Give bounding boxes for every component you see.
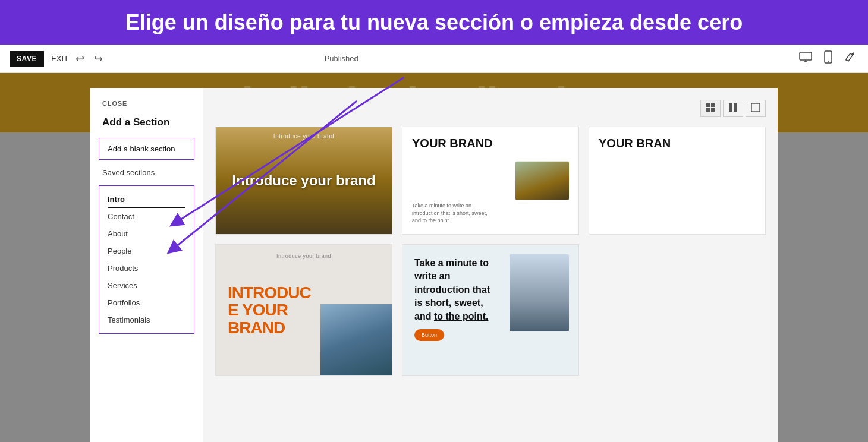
section-card-intro-4[interactable]: Introduce your brand INTRODUCE YOURBRAND: [215, 244, 392, 376]
close-button[interactable]: CLOSE: [90, 100, 139, 107]
section-sidebar: CLOSE Add a Section Add a blank section …: [90, 88, 203, 442]
toolbar: SAVE EXIT ↩ ↪ Published: [0, 45, 868, 73]
redo-button[interactable]: ↪: [92, 50, 105, 68]
annotation-banner: Elige un diseño para tu nueva sección o …: [0, 0, 868, 45]
card-4-text: INTRODUCE YOURBRAND: [228, 284, 311, 336]
single-view-icon: [751, 103, 760, 112]
save-button[interactable]: SAVE: [10, 51, 44, 67]
sidebar-item-about[interactable]: About: [99, 225, 194, 242]
section-card-intro-2[interactable]: YOUR BRAND Take a minute to write an int…: [402, 127, 579, 235]
modal-title: Add a Section: [90, 116, 203, 128]
section-card-intro-1[interactable]: Introduce your brand Introduce your bran…: [215, 127, 392, 235]
svg-rect-11: [751, 103, 760, 112]
card-5-text: Take a minute to write an introduction t…: [414, 257, 498, 323]
card-2-body: Take a minute to write an introduction t…: [412, 202, 490, 225]
add-blank-section-button[interactable]: Add a blank section: [99, 138, 194, 160]
svg-rect-6: [711, 103, 715, 107]
svg-point-4: [828, 61, 829, 62]
card-5-image: [510, 254, 569, 332]
large-grid-view-button[interactable]: [723, 100, 743, 117]
section-cards-grid: Introduce your brand Introduce your bran…: [215, 127, 766, 376]
small-grid-view-button[interactable]: [700, 100, 721, 117]
paint-icon: [844, 51, 856, 63]
section-card-intro-5[interactable]: Take a minute to write an introduction t…: [402, 244, 579, 376]
desktop-icon: [799, 52, 812, 62]
card-1-label: Introduce your brand: [273, 133, 334, 140]
published-status: Published: [325, 54, 358, 63]
card-4-label: Introduce your brand: [276, 253, 331, 259]
svg-rect-7: [706, 108, 710, 112]
small-grid-icon: [706, 103, 715, 112]
saved-sections-button[interactable]: Saved sections: [90, 165, 203, 181]
svg-rect-0: [800, 52, 812, 60]
desktop-view-button[interactable]: [797, 49, 814, 68]
section-categories-list: Intro Contact About People Products Serv…: [99, 185, 194, 334]
card-5-button: Button: [414, 329, 444, 341]
section-card-intro-3[interactable]: YOUR BRAN: [589, 127, 766, 235]
sidebar-item-contact[interactable]: Contact: [99, 208, 194, 225]
svg-rect-8: [711, 108, 715, 112]
card-1-text: Introduce your brand: [220, 172, 387, 189]
card-4-image: [320, 304, 392, 375]
sidebar-item-products[interactable]: Products: [99, 260, 194, 277]
sidebar-item-portfolios[interactable]: Portfolios: [99, 294, 194, 311]
section-templates-area: Introduce your brand Introduce your bran…: [203, 88, 778, 442]
card-3-title: YOUR BRAN: [599, 137, 756, 150]
paint-button[interactable]: [842, 49, 858, 68]
card-2-image: [515, 162, 569, 200]
undo-button[interactable]: ↩: [73, 50, 87, 68]
svg-rect-9: [729, 103, 732, 112]
toolbar-right-icons: [797, 48, 858, 69]
svg-rect-5: [706, 103, 710, 107]
large-grid-icon: [728, 103, 738, 112]
sidebar-item-services[interactable]: Services: [99, 277, 194, 294]
sidebar-item-people[interactable]: People: [99, 242, 194, 260]
add-section-modal: CLOSE Add a Section Add a blank section …: [90, 88, 778, 442]
mobile-icon: [824, 50, 832, 64]
view-toggle: [215, 100, 766, 117]
exit-button[interactable]: EXIT: [51, 54, 68, 63]
svg-rect-10: [734, 103, 737, 112]
mobile-view-button[interactable]: [822, 48, 835, 69]
sidebar-item-intro[interactable]: Intro: [99, 191, 194, 208]
sidebar-item-testimonials[interactable]: Testimonials: [99, 311, 194, 329]
single-view-button[interactable]: [746, 100, 766, 117]
